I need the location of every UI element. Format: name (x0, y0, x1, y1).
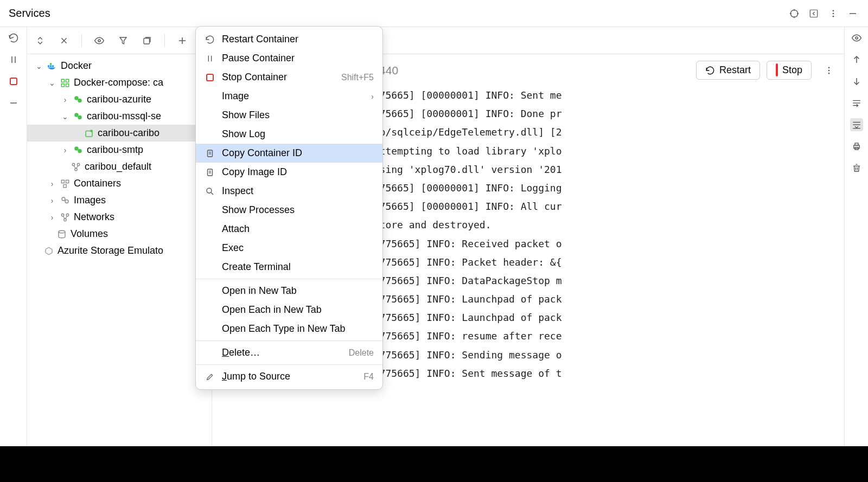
more-vertical-icon[interactable] (822, 64, 835, 77)
compose-icon (60, 78, 71, 88)
print-icon[interactable] (850, 140, 863, 153)
tree-node-containers[interactable]: › Containers (27, 175, 212, 192)
ctx-open-each-type-new-tab[interactable]: Open Each Type in New Tab (196, 319, 382, 338)
docker-icon (47, 62, 58, 70)
pause-icon[interactable] (7, 53, 20, 66)
chevron-right-icon: › (48, 179, 56, 188)
updown-icon[interactable] (34, 34, 47, 47)
tree-node-default-network[interactable]: caribou_default (27, 158, 212, 175)
add-icon[interactable] (176, 34, 189, 47)
svg-line-78 (211, 192, 213, 195)
ctx-image-submenu[interactable]: Image › (196, 87, 382, 106)
restart-button[interactable]: Restart (696, 61, 760, 80)
ctx-label: Show Files (222, 110, 270, 121)
tree-node-smtp[interactable]: › caribou-smtp (27, 142, 212, 158)
tree-node-volumes[interactable]: Volumes (27, 226, 212, 242)
ctx-label: Copy Image ID (222, 166, 287, 178)
svg-point-6 (833, 10, 834, 11)
ctx-stop-container[interactable]: Stop Container Shift+F5 (196, 68, 382, 87)
restart-icon (205, 35, 215, 44)
svg-rect-20 (48, 65, 49, 67)
ctx-label: Attach (222, 223, 250, 235)
wrap-lines-icon[interactable] (850, 97, 863, 110)
stop-icon (776, 65, 778, 76)
refresh-icon[interactable] (7, 31, 20, 44)
svg-point-31 (78, 115, 82, 119)
stop-button[interactable]: Stop (767, 61, 812, 80)
collapse-panel-icon[interactable] (807, 7, 820, 20)
eye-icon[interactable] (93, 34, 106, 47)
left-rail (0, 27, 27, 482)
svg-point-7 (833, 12, 834, 14)
new-window-icon[interactable] (141, 34, 154, 47)
svg-line-50 (66, 216, 67, 218)
svg-rect-74 (208, 169, 213, 176)
dash-icon[interactable] (7, 97, 20, 110)
tree-label: Azurite Storage Emulato (58, 245, 163, 256)
ctx-restart-container[interactable]: Restart Container (196, 30, 382, 49)
svg-rect-66 (855, 143, 858, 145)
tree-label: caribou_default (85, 161, 151, 172)
tree-node-networks[interactable]: › Networks (27, 209, 212, 226)
ctx-label: Open in New Tab (222, 285, 297, 297)
ctx-pause-container[interactable]: Pause Container (196, 49, 382, 68)
ctx-open-each-new-tab[interactable]: Open Each in New Tab (196, 300, 382, 319)
service-running-icon (73, 112, 84, 121)
chevron-right-icon: › (61, 146, 69, 155)
ctx-open-new-tab[interactable]: Open in New Tab (196, 281, 382, 300)
tree-label: caribou-azurite (87, 94, 151, 105)
scroll-to-end-icon[interactable] (850, 118, 863, 131)
tree-node-docker[interactable]: ⌄ Docker (27, 57, 212, 74)
service-running-icon (73, 145, 84, 155)
chevron-down-icon: ⌄ (61, 112, 69, 121)
panel-title: Services (9, 7, 50, 20)
tree-node-mssql[interactable]: ⌄ caribou-mssql-se (27, 108, 212, 125)
minimize-icon[interactable] (846, 7, 859, 20)
more-vertical-icon[interactable] (827, 7, 840, 20)
services-tree: ⌄ Docker ⌄ Docker-compose: ca › caribou-… (27, 54, 212, 262)
eye-icon[interactable] (850, 31, 863, 44)
svg-rect-24 (61, 79, 64, 82)
pause-icon (205, 54, 215, 63)
arrow-down-icon[interactable] (850, 75, 863, 88)
hexagon-icon (43, 246, 54, 256)
ctx-copy-container-id[interactable]: Copy Container ID (196, 144, 382, 163)
tree-node-compose[interactable]: ⌄ Docker-compose: ca (27, 74, 212, 91)
ctx-jump-to-source[interactable]: Jump to Source F4 (196, 367, 382, 386)
filter-icon[interactable] (117, 34, 130, 47)
svg-rect-64 (853, 145, 859, 149)
restart-button-label: Restart (719, 65, 751, 76)
svg-point-0 (790, 10, 797, 17)
chevron-right-icon: › (48, 213, 56, 222)
crosshair-icon[interactable] (788, 7, 801, 20)
ctx-create-terminal[interactable]: Create Terminal (196, 258, 382, 277)
svg-rect-25 (66, 79, 69, 82)
trash-icon[interactable] (850, 162, 863, 175)
svg-rect-17 (144, 38, 150, 44)
tree-node-azurite-emulator[interactable]: Azurite Storage Emulato (27, 242, 212, 259)
restart-icon (705, 66, 715, 75)
ctx-copy-image-id[interactable]: Copy Image ID (196, 163, 382, 182)
tree-node-azurite[interactable]: › caribou-azurite (27, 91, 212, 108)
arrow-up-icon[interactable] (850, 53, 863, 66)
tree-node-images[interactable]: › Images (27, 192, 212, 209)
ctx-show-files[interactable]: Show Files (196, 106, 382, 125)
ctx-label: Pause Container (222, 53, 295, 64)
svg-rect-26 (61, 83, 64, 86)
ctx-show-processes[interactable]: Show Processes (196, 201, 382, 220)
ctx-exec[interactable]: Exec (196, 239, 382, 258)
right-rail (844, 27, 868, 482)
ctx-attach[interactable]: Attach (196, 220, 382, 239)
tree-panel: ⌄ Docker ⌄ Docker-compose: ca › caribou-… (27, 27, 212, 482)
ctx-delete[interactable]: Delete… Delete (196, 343, 382, 362)
ctx-label: Open Each Type in New Tab (222, 323, 345, 335)
svg-line-39 (74, 165, 75, 168)
ctx-show-log[interactable]: Show Log (196, 125, 382, 144)
ctx-shortcut: Delete (349, 348, 374, 358)
ctx-inspect[interactable]: Inspect (196, 182, 382, 201)
stop-icon[interactable] (7, 75, 20, 88)
svg-point-33 (90, 130, 93, 132)
close-x-icon[interactable] (58, 34, 71, 47)
menu-separator (196, 340, 382, 341)
tree-node-container-selected[interactable]: caribou-caribo (27, 125, 212, 142)
